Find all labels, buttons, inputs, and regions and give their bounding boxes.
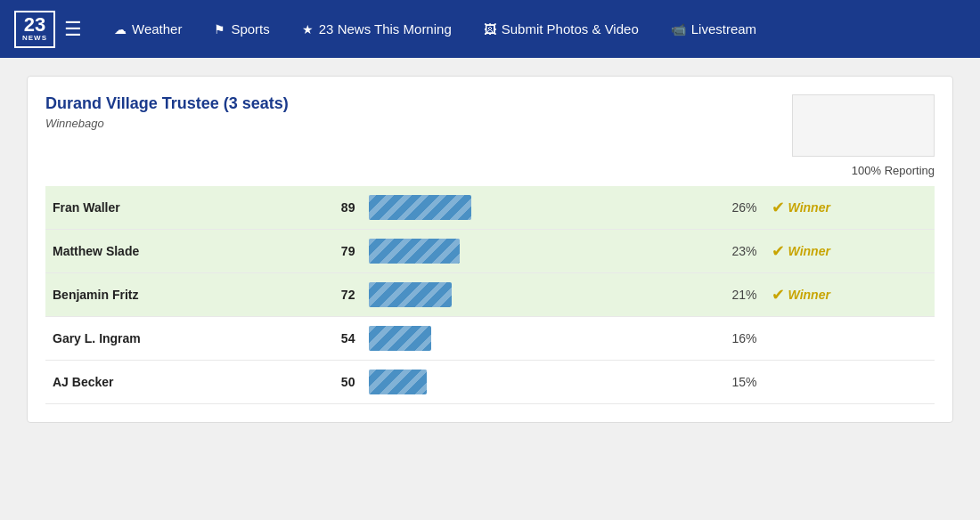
bar-stripes [369,326,431,351]
main-content: Durand Village Trustee (3 seats) Winneba… [0,58,980,520]
table-row: Fran Waller89 26% ✔ Winner [45,186,935,230]
candidate-winner-cell [764,361,935,404]
bar-stripes [369,195,471,220]
navbar: 23 NEWS ☰ ☁ Weather ⚑ Sports ★ 23 News T… [0,0,980,58]
card-logo-box [792,94,935,157]
winner-badge: ✔ Winner [772,198,927,217]
livestream-icon: 📹 [671,22,686,37]
table-row: AJ Becker50 15% [45,361,935,404]
winner-label: Winner [788,200,830,215]
candidate-name: AJ Becker [45,361,289,404]
candidate-winner-cell [764,317,935,361]
candidate-bar-cell [362,317,703,361]
candidate-bar-cell [362,361,703,404]
bar [369,195,471,220]
checkmark-icon: ✔ [772,241,785,261]
nav-item-weather[interactable]: ☁ Weather [98,0,198,58]
card-header: Durand Village Trustee (3 seats) Winneba… [45,94,935,157]
candidate-name: Benjamin Fritz [45,273,289,317]
bar-stripes [369,239,460,264]
bar-container [369,239,696,264]
nav-item-morning[interactable]: ★ 23 News This Morning [286,0,468,58]
candidate-votes: 89 [289,186,362,230]
sports-icon: ⚑ [214,22,225,37]
winner-badge: ✔ Winner [772,241,927,261]
candidate-pct: 26% [703,186,764,230]
bar [369,282,452,307]
candidate-winner-cell: ✔ Winner [764,230,935,273]
candidate-bar-cell [362,273,703,317]
bar [369,239,460,264]
candidate-bar-cell [362,230,703,273]
bar-container [369,370,696,394]
bar-stripes [369,370,427,394]
hamburger-menu[interactable]: ☰ [64,18,82,41]
results-card: Durand Village Trustee (3 seats) Winneba… [27,76,953,423]
winner-badge: ✔ Winner [772,285,927,305]
candidate-pct: 15% [703,361,764,404]
submit-icon: 🖼 [484,22,496,37]
candidate-winner-cell: ✔ Winner [764,186,935,230]
card-title: Durand Village Trustee (3 seats) [45,94,289,113]
nav-label-submit: Submit Photos & Video [502,21,639,37]
winner-label: Winner [788,288,830,302]
card-title-block: Durand Village Trustee (3 seats) Winneba… [45,94,289,130]
candidate-votes: 79 [289,230,362,273]
nav-label-weather: Weather [132,21,182,37]
checkmark-icon: ✔ [772,198,785,217]
candidate-bar-cell [362,186,703,230]
bar-container [369,326,696,351]
nav-label-morning: 23 News This Morning [319,21,452,37]
table-row: Matthew Slade79 23% ✔ Winner [45,230,935,273]
candidate-name: Gary L. Ingram [45,317,289,361]
candidate-name: Matthew Slade [45,230,289,273]
bar-container [369,195,696,220]
logo-word: NEWS [22,35,47,43]
nav-label-livestream: Livestream [691,21,756,37]
bar [369,370,427,394]
nav-items: ☁ Weather ⚑ Sports ★ 23 News This Mornin… [98,0,966,58]
nav-item-submit[interactable]: 🖼 Submit Photos & Video [468,0,655,58]
site-logo[interactable]: 23 NEWS [14,11,55,48]
candidate-votes: 50 [289,361,362,404]
logo-number: 23 [24,15,45,35]
nav-item-sports[interactable]: ⚑ Sports [198,0,285,58]
results-table: Fran Waller89 26% ✔ Winner Matthew Slade… [45,186,935,404]
candidate-votes: 54 [289,317,362,361]
card-subtitle: Winnebago [45,117,289,130]
bar-container [369,282,696,307]
table-row: Gary L. Ingram54 16% [45,317,935,361]
weather-icon: ☁ [114,22,127,37]
winner-label: Winner [788,244,830,258]
candidate-pct: 21% [703,273,764,317]
checkmark-icon: ✔ [772,285,785,305]
reporting-line: 100% Reporting [45,164,935,177]
candidate-pct: 16% [703,317,764,361]
bar-stripes [369,282,452,307]
table-row: Benjamin Fritz72 21% ✔ Winner [45,273,935,317]
candidate-votes: 72 [289,273,362,317]
bar [369,326,431,351]
nav-label-sports: Sports [231,21,269,37]
nav-item-livestream[interactable]: 📹 Livestream [655,0,772,58]
morning-icon: ★ [302,22,314,37]
candidate-winner-cell: ✔ Winner [764,273,935,317]
candidate-pct: 23% [703,230,764,273]
candidate-name: Fran Waller [45,186,289,230]
